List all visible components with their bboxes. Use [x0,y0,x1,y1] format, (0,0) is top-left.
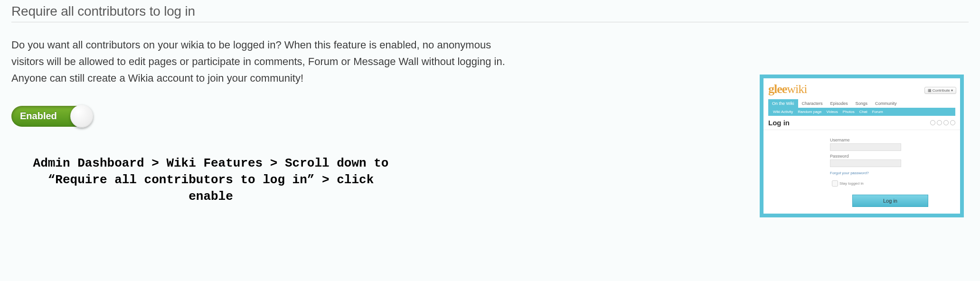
tab-on-the-wiki: On the Wiki [768,99,798,108]
enable-toggle[interactable]: Enabled [11,106,92,127]
section-description: Do you want all contributors on your wik… [11,37,505,87]
login-button: Log in [852,195,928,207]
toggle-label: Enabled [20,111,57,122]
divider [11,22,969,22]
preview-subtabs: Wiki Activity Random page Videos Photos … [768,108,955,116]
tab-episodes: Episodes [827,99,852,108]
tab-community: Community [871,99,901,108]
social-icons [930,120,955,125]
instructions-text: Admin Dashboard > Wiki Features > Scroll… [26,155,396,205]
preview-screenshot: gleewiki ▦ Contribute ▾ On the Wiki Char… [760,75,964,217]
forgot-password-link: Forgot your password? [830,171,951,175]
username-input [830,143,901,151]
section-title: Require all contributors to log in [11,4,980,19]
tab-songs: Songs [852,99,872,108]
preview-tabs: On the Wiki Characters Episodes Songs Co… [768,99,955,108]
toggle-knob[interactable] [70,105,93,128]
password-input [830,159,901,167]
stay-logged-in: Stay logged in [830,179,951,188]
login-heading: Log in [768,119,790,127]
username-label: Username [830,138,951,142]
contribute-button: ▦ Contribute ▾ [924,87,956,94]
password-label: Password [830,154,951,159]
tab-characters: Characters [798,99,827,108]
